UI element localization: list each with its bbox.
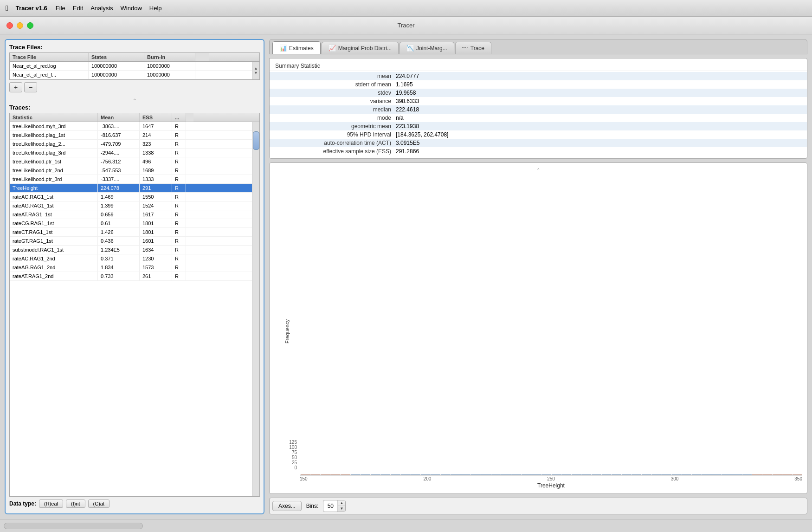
- traces-row[interactable]: treeLikelihood.ptr_3rd -3337.... 1333 R: [10, 175, 252, 184]
- y-tick-75: 75: [292, 450, 297, 455]
- trace-mean: 1.834: [98, 263, 140, 272]
- trace-ess: 214: [140, 131, 172, 139]
- traces-row[interactable]: rateAG.RAG1_1st 1.399 1524 R: [10, 201, 252, 210]
- trace-stat: rateAC.RAG1_2nd: [10, 254, 98, 263]
- bins-up-arrow[interactable]: ▲: [338, 500, 345, 506]
- close-button[interactable]: [6, 22, 13, 29]
- menu-edit[interactable]: Edit: [73, 5, 83, 12]
- stat-key: mode: [275, 115, 396, 121]
- traces-title: Traces:: [9, 104, 260, 111]
- trace-stat: treeLikelihood.plag_2...: [10, 140, 98, 148]
- chart-container: 125 100 75 50 25 0 Frequency 150 200: [274, 175, 802, 489]
- tab-trace-label: Trace: [470, 45, 484, 52]
- traces-row[interactable]: rateCG.RAG1_1st 0.61 1801 R: [10, 219, 252, 228]
- table-row[interactable]: Near_et_al_red_f... 100000000 10000000: [10, 71, 252, 79]
- trace-flag: R: [172, 228, 186, 236]
- trace-mean: -547.553: [98, 166, 140, 175]
- tab-estimates[interactable]: 📊 Estimates: [272, 41, 321, 54]
- traces-row[interactable]: rateAC.RAG1_2nd 0.371 1230 R: [10, 254, 252, 263]
- x-tick-250: 250: [547, 476, 555, 481]
- stats-row: median 222.4618: [270, 105, 807, 114]
- stats-row: mean 224.0777: [270, 72, 807, 80]
- trace-flag: R: [172, 184, 186, 192]
- menu-file[interactable]: File: [56, 5, 65, 12]
- marginal-icon: 📈: [329, 45, 336, 52]
- apple-menu[interactable]: : [6, 4, 8, 13]
- bottom-bar: [0, 519, 812, 532]
- bins-label: Bins:: [306, 503, 319, 509]
- table-row[interactable]: Near_et_al_red.log 100000000 10000000: [10, 62, 252, 71]
- traces-section: Traces: Statistic Mean ESS ... treeLikel…: [9, 104, 260, 497]
- trace-flag: R: [172, 219, 186, 227]
- data-type-int[interactable]: (I)nt: [66, 500, 85, 508]
- chart-area: 150 200 250 300 350 TreeHeight: [300, 475, 802, 489]
- traces-row[interactable]: rateAT.RAG1_2nd 0.733 261 R: [10, 272, 252, 281]
- bins-arrows: ▲ ▼: [337, 500, 345, 512]
- minimize-button[interactable]: [17, 22, 23, 29]
- trace-flag: R: [172, 122, 186, 130]
- stat-key: geometric mean: [275, 123, 396, 130]
- bottom-controls: Axes... Bins: 50 ▲ ▼: [269, 498, 807, 514]
- data-type-real[interactable]: (R)eal: [39, 500, 63, 508]
- fullscreen-button[interactable]: [27, 22, 33, 29]
- trace-ess: 1689: [140, 166, 172, 175]
- traces-row[interactable]: treeLikelihood.ptr_1st -756.312 496 R: [10, 157, 252, 166]
- trace-flag: R: [172, 237, 186, 245]
- trace-stat: treeLikelihood.ptr_1st: [10, 157, 98, 166]
- x-axis-title: TreeHeight: [300, 482, 802, 489]
- tab-bar-container: 📊 Estimates 📈 Marginal Prob Distri... 📉 …: [269, 39, 807, 54]
- stat-value: 398.6333: [396, 98, 419, 104]
- stat-value: 291.2866: [396, 148, 419, 155]
- traces-row[interactable]: rateGT.RAG1_1st 0.436 1601 R: [10, 237, 252, 246]
- traces-row[interactable]: substmodel.RAG1_1st 1.234E5 1634 R: [10, 246, 252, 254]
- scroll-down-arrow[interactable]: ▼: [254, 71, 258, 75]
- trace-flag: R: [172, 166, 186, 175]
- grid-line: [300, 474, 802, 475]
- traces-row[interactable]: rateAT.RAG1_1st 0.659 1617 R: [10, 210, 252, 219]
- horizontal-scrollbar[interactable]: [4, 523, 143, 529]
- menu-window[interactable]: Window: [121, 5, 142, 12]
- tab-trace[interactable]: 〰 Trace: [455, 42, 491, 54]
- traces-row[interactable]: rateAC.RAG1_1st 1.469 1550 R: [10, 193, 252, 201]
- add-trace-button[interactable]: +: [9, 82, 22, 92]
- bins-down-arrow[interactable]: ▼: [338, 506, 345, 512]
- scroll-up-arrow[interactable]: ▲: [254, 66, 258, 71]
- traces-row[interactable]: treeLikelihood.plag_2... -479.709 323 R: [10, 140, 252, 149]
- trace-stat: treeLikelihood.plag_1st: [10, 131, 98, 139]
- traces-row[interactable]: rateCT.RAG1_1st 1.426 1801 R: [10, 228, 252, 237]
- remove-trace-button[interactable]: −: [24, 82, 37, 92]
- traces-row[interactable]: treeLikelihood.ptr_2nd -547.553 1689 R: [10, 166, 252, 175]
- data-type-cat[interactable]: (C)at: [88, 500, 110, 508]
- stat-key: auto-correlation time (ACT): [275, 140, 396, 146]
- stats-table: mean 224.0777 stderr of mean 1.1695 stde…: [270, 72, 807, 156]
- menu-analysis[interactable]: Analysis: [90, 5, 113, 12]
- scroll-thumb[interactable]: [253, 131, 259, 150]
- traffic-lights: [6, 22, 33, 29]
- traces-row[interactable]: treeLikelihood.plag_1st -816.637 214 R: [10, 131, 252, 140]
- bins-value: 50: [323, 502, 337, 510]
- menu-help[interactable]: Help: [149, 5, 162, 12]
- resize-handle-top: ⌃: [9, 98, 260, 103]
- trace-files-scrollbar[interactable]: ▲ ▼: [252, 62, 259, 79]
- traces-row[interactable]: treeLikelihood.plag_3rd -2944.... 1338 R: [10, 149, 252, 157]
- trace-flag: R: [172, 254, 186, 263]
- tab-joint-marg[interactable]: 📉 Joint-Marg...: [400, 42, 454, 54]
- trace-flag: R: [172, 131, 186, 139]
- trace-stat: rateAT.RAG1_2nd: [10, 272, 98, 280]
- trace-mean: 0.61: [98, 219, 140, 227]
- stats-panel: Summary Statistic mean 224.0777 stderr o…: [269, 58, 807, 159]
- trace-ess: 1524: [140, 201, 172, 210]
- traces-row[interactable]: TreeHeight 224.078 291 R: [10, 184, 252, 193]
- stats-row: stderr of mean 1.1695: [270, 80, 807, 89]
- traces-scrollbar[interactable]: [252, 122, 259, 496]
- tab-marginal[interactable]: 📈 Marginal Prob Distri...: [322, 42, 399, 54]
- axes-button[interactable]: Axes...: [272, 501, 302, 511]
- trace-stat: substmodel.RAG1_1st: [10, 246, 98, 254]
- trace-stat: treeLikelihood.plag_3rd: [10, 149, 98, 157]
- trace-files-title: Trace Files:: [9, 44, 260, 51]
- traces-row[interactable]: treeLikelihood.myh_3rd -3863.... 1647 R: [10, 122, 252, 131]
- trace-file-name: Near_et_al_red.log: [10, 62, 89, 70]
- y-tick-100: 100: [289, 445, 297, 450]
- traces-row[interactable]: rateAG.RAG1_2nd 1.834 1573 R: [10, 263, 252, 272]
- trace-mean: 0.659: [98, 210, 140, 219]
